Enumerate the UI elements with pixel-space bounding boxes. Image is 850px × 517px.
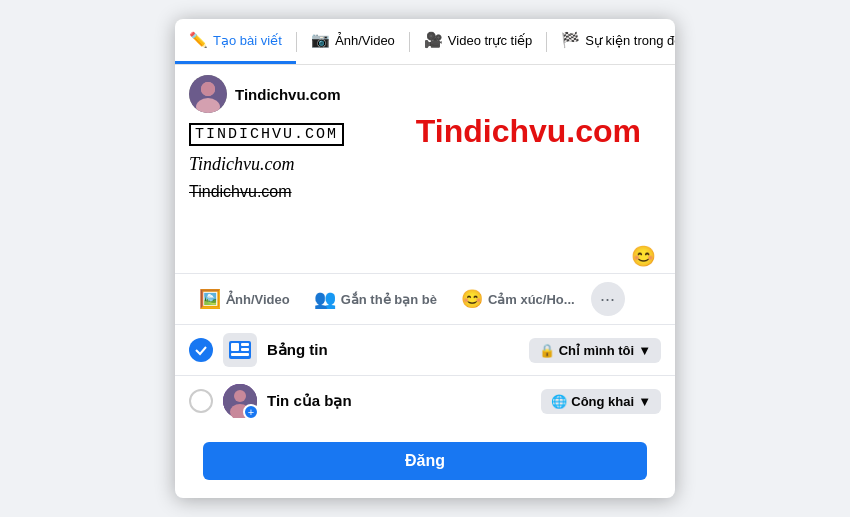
feeling-label: Cảm xúc/Ho... bbox=[488, 292, 575, 307]
submit-row: Đăng bbox=[175, 426, 675, 498]
friend-feed-row: + Tin của bạn 🌐 Công khai ▼ bbox=[175, 376, 675, 426]
tab-live-video-label: Video trực tiếp bbox=[448, 33, 532, 48]
photo-video-action-label: Ảnh/Video bbox=[226, 292, 290, 307]
chevron-down-icon-2: ▼ bbox=[638, 394, 651, 409]
action-bar: 🖼️ Ảnh/Video 👥 Gắn thẻ bạn bè 😊 Cảm xúc/… bbox=[175, 273, 675, 324]
content-area: TINDICHVU.COM Tindichvu.com Tindichvu.co… bbox=[189, 123, 661, 273]
news-feed-privacy-label: Chỉ mình tôi bbox=[559, 343, 635, 358]
friend-feed-privacy-label: Công khai bbox=[571, 394, 634, 409]
checkmark-icon bbox=[194, 343, 208, 357]
svg-rect-5 bbox=[231, 343, 239, 351]
modal-body: Tindichvu.com TINDICHVU.COM Tindichvu.co… bbox=[175, 65, 675, 273]
tab-photo-video[interactable]: 📷 Ảnh/Video bbox=[297, 19, 409, 64]
tag-friends-label: Gắn thẻ bạn bè bbox=[341, 292, 437, 307]
photo-video-action-icon: 🖼️ bbox=[199, 288, 221, 310]
news-feed-icon bbox=[223, 333, 257, 367]
tab-create-post-label: Tạo bài viết bbox=[213, 33, 282, 48]
svg-rect-8 bbox=[231, 353, 249, 356]
tag-friends-button[interactable]: 👥 Gắn thẻ bạn bè bbox=[304, 282, 447, 316]
header-tabs: ✏️ Tạo bài viết 📷 Ảnh/Video 🎥 Video trực… bbox=[175, 19, 675, 64]
news-feed-svg bbox=[229, 341, 251, 359]
news-feed-privacy-button[interactable]: 🔒 Chỉ mình tôi ▼ bbox=[529, 338, 661, 363]
avatar bbox=[189, 75, 227, 113]
svg-point-3 bbox=[201, 82, 215, 96]
chevron-down-icon: ▼ bbox=[638, 343, 651, 358]
live-video-icon: 🎥 bbox=[424, 31, 443, 49]
friend-feed-radio[interactable] bbox=[189, 389, 213, 413]
news-feed-label: Bảng tin bbox=[267, 341, 519, 359]
life-event-icon: 🏁 bbox=[561, 31, 580, 49]
tab-life-event[interactable]: 🏁 Sự kiện trong đời bbox=[547, 19, 675, 64]
photo-video-icon: 📷 bbox=[311, 31, 330, 49]
tab-life-event-label: Sự kiện trong đời bbox=[585, 33, 675, 48]
text-italic: Tindichvu.com bbox=[189, 154, 661, 175]
news-feed-check[interactable] bbox=[189, 338, 213, 362]
svg-point-10 bbox=[234, 390, 246, 402]
svg-rect-6 bbox=[241, 343, 249, 346]
globe-icon: 🌐 bbox=[551, 394, 567, 409]
plus-badge: + bbox=[243, 404, 259, 420]
friend-feed-avatar: + bbox=[223, 384, 257, 418]
friend-feed-privacy-button[interactable]: 🌐 Công khai ▼ bbox=[541, 389, 661, 414]
news-feed-row: Bảng tin 🔒 Chỉ mình tôi ▼ bbox=[175, 325, 675, 376]
feeling-icon: 😊 bbox=[461, 288, 483, 310]
text-boxed: TINDICHVU.COM bbox=[189, 123, 344, 146]
user-row: Tindichvu.com bbox=[189, 75, 661, 113]
tag-friends-icon: 👥 bbox=[314, 288, 336, 310]
username-label: Tindichvu.com bbox=[235, 86, 341, 103]
modal-header: ✏️ Tạo bài viết 📷 Ảnh/Video 🎥 Video trực… bbox=[175, 19, 675, 65]
emoji-button[interactable]: 😊 bbox=[631, 244, 656, 268]
feeling-button[interactable]: 😊 Cảm xúc/Ho... bbox=[451, 282, 585, 316]
avatar-image bbox=[189, 75, 227, 113]
tab-create-post[interactable]: ✏️ Tạo bài viết bbox=[175, 19, 296, 64]
submit-button[interactable]: Đăng bbox=[203, 442, 647, 480]
text-strikethrough: Tindichvu.com bbox=[189, 183, 661, 201]
post-modal: ✏️ Tạo bài viết 📷 Ảnh/Video 🎥 Video trực… bbox=[175, 19, 675, 498]
publish-section: Bảng tin 🔒 Chỉ mình tôi ▼ + Tin bbox=[175, 324, 675, 426]
text-red-big: Tindichvu.com bbox=[416, 113, 641, 150]
svg-rect-7 bbox=[241, 348, 249, 351]
tab-live-video[interactable]: 🎥 Video trực tiếp bbox=[410, 19, 546, 64]
tab-photo-video-label: Ảnh/Video bbox=[335, 33, 395, 48]
lock-icon: 🔒 bbox=[539, 343, 555, 358]
more-icon: ··· bbox=[600, 289, 615, 310]
friend-feed-label: Tin của bạn bbox=[267, 392, 531, 410]
more-options-button[interactable]: ··· bbox=[591, 282, 625, 316]
photo-video-button[interactable]: 🖼️ Ảnh/Video bbox=[189, 282, 300, 316]
create-post-icon: ✏️ bbox=[189, 31, 208, 49]
